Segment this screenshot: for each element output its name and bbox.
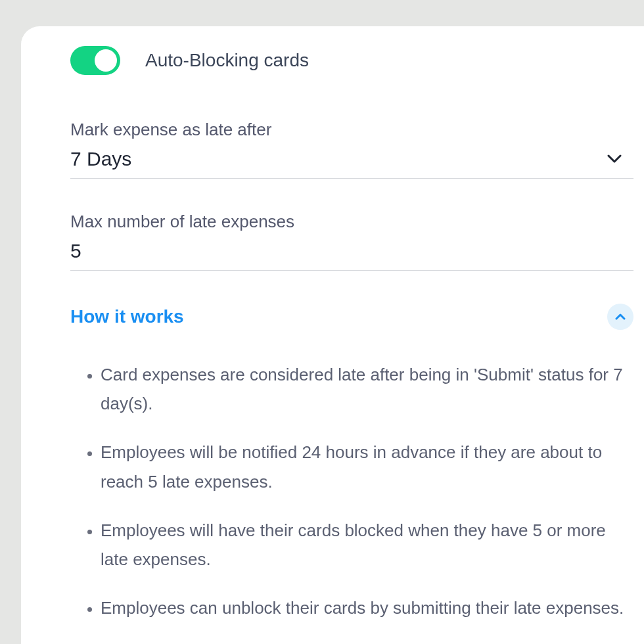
max-late-label: Max number of late expenses xyxy=(70,212,644,232)
auto-blocking-label: Auto-Blocking cards xyxy=(145,50,309,71)
how-it-works-list: Card expenses are considered late after … xyxy=(101,360,633,622)
auto-blocking-row: Auto-Blocking cards xyxy=(70,46,644,75)
settings-card: Auto-Blocking cards Mark expense as late… xyxy=(21,26,644,644)
list-item: Employees will have their cards blocked … xyxy=(101,516,633,574)
max-late-field: Max number of late expenses xyxy=(70,212,644,271)
list-item: Employees will be notified 24 hours in a… xyxy=(101,438,633,495)
max-late-input-wrapper xyxy=(70,236,633,271)
late-after-select[interactable]: 7 Days xyxy=(70,144,633,179)
how-it-works-header[interactable]: How it works xyxy=(70,304,633,330)
max-late-input[interactable] xyxy=(70,240,622,262)
collapse-button[interactable] xyxy=(607,304,633,330)
late-after-label: Mark expense as late after xyxy=(70,120,644,140)
chevron-down-icon xyxy=(607,154,622,164)
how-it-works-section: How it works Card expenses are considere… xyxy=(70,304,633,622)
chevron-up-icon xyxy=(615,313,626,321)
list-item: Employees can unblock their cards by sub… xyxy=(101,593,633,622)
toggle-knob-icon xyxy=(95,49,117,72)
late-after-field: Mark expense as late after 7 Days xyxy=(70,120,644,179)
how-it-works-title: How it works xyxy=(70,306,184,327)
list-item: Card expenses are considered late after … xyxy=(101,360,633,418)
late-after-value: 7 Days xyxy=(70,148,607,170)
auto-blocking-toggle[interactable] xyxy=(70,46,120,75)
